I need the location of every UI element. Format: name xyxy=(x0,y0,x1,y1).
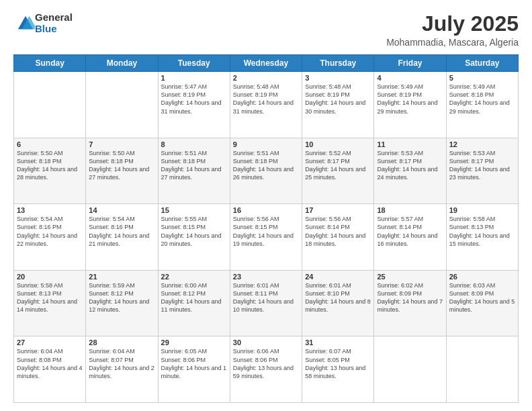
day-info: Sunrise: 5:48 AM Sunset: 8:19 PM Dayligh… xyxy=(233,83,299,116)
day-number: 12 xyxy=(449,140,515,148)
calendar-cell: 12Sunrise: 5:53 AM Sunset: 8:17 PM Dayli… xyxy=(446,138,518,204)
day-number: 19 xyxy=(449,206,515,214)
day-info: Sunrise: 5:55 AM Sunset: 8:15 PM Dayligh… xyxy=(161,215,227,248)
day-number: 14 xyxy=(89,206,154,214)
main-title: July 2025 xyxy=(386,12,519,36)
page: General Blue July 2025 Mohammadia, Masca… xyxy=(0,0,532,411)
calendar-cell: 27Sunrise: 6:04 AM Sunset: 8:08 PM Dayli… xyxy=(14,336,86,403)
calendar-cell: 20Sunrise: 5:58 AM Sunset: 8:13 PM Dayli… xyxy=(14,270,86,336)
day-info: Sunrise: 5:59 AM Sunset: 8:12 PM Dayligh… xyxy=(89,281,154,314)
day-info: Sunrise: 5:53 AM Sunset: 8:17 PM Dayligh… xyxy=(377,149,443,182)
calendar-cell: 1Sunrise: 5:47 AM Sunset: 8:19 PM Daylig… xyxy=(158,72,230,138)
day-info: Sunrise: 6:05 AM Sunset: 8:06 PM Dayligh… xyxy=(161,347,227,380)
day-number: 23 xyxy=(233,273,299,281)
calendar-cell: 5Sunrise: 5:49 AM Sunset: 8:18 PM Daylig… xyxy=(446,72,518,138)
day-number: 17 xyxy=(305,206,371,214)
calendar-cell xyxy=(14,72,86,138)
day-info: Sunrise: 5:54 AM Sunset: 8:16 PM Dayligh… xyxy=(17,215,83,248)
calendar-cell: 16Sunrise: 5:56 AM Sunset: 8:15 PM Dayli… xyxy=(230,204,302,271)
day-info: Sunrise: 5:47 AM Sunset: 8:19 PM Dayligh… xyxy=(161,83,227,116)
day-number: 15 xyxy=(161,206,227,214)
day-info: Sunrise: 5:52 AM Sunset: 8:17 PM Dayligh… xyxy=(305,149,371,182)
calendar-cell xyxy=(446,336,518,403)
day-info: Sunrise: 6:01 AM Sunset: 8:11 PM Dayligh… xyxy=(233,281,299,314)
calendar-cell xyxy=(374,336,446,403)
day-number: 4 xyxy=(377,74,443,82)
calendar-cell: 2Sunrise: 5:48 AM Sunset: 8:19 PM Daylig… xyxy=(230,72,302,138)
calendar-cell: 29Sunrise: 6:05 AM Sunset: 8:06 PM Dayli… xyxy=(158,336,230,403)
calendar-cell: 28Sunrise: 6:04 AM Sunset: 8:07 PM Dayli… xyxy=(86,336,158,403)
day-info: Sunrise: 5:57 AM Sunset: 8:14 PM Dayligh… xyxy=(377,215,443,248)
calendar-week-3: 13Sunrise: 5:54 AM Sunset: 8:16 PM Dayli… xyxy=(14,204,519,271)
calendar-cell: 6Sunrise: 5:50 AM Sunset: 8:18 PM Daylig… xyxy=(14,138,86,204)
logo-text: General Blue xyxy=(35,12,73,34)
calendar-cell: 4Sunrise: 5:49 AM Sunset: 8:19 PM Daylig… xyxy=(374,72,446,138)
header: General Blue July 2025 Mohammadia, Masca… xyxy=(13,12,519,48)
header-sunday: Sunday xyxy=(14,55,86,72)
calendar-cell: 15Sunrise: 5:55 AM Sunset: 8:15 PM Dayli… xyxy=(158,204,230,271)
day-info: Sunrise: 5:48 AM Sunset: 8:19 PM Dayligh… xyxy=(305,83,371,116)
day-info: Sunrise: 6:00 AM Sunset: 8:12 PM Dayligh… xyxy=(161,281,227,314)
day-info: Sunrise: 5:50 AM Sunset: 8:18 PM Dayligh… xyxy=(17,149,83,182)
calendar-cell xyxy=(86,72,158,138)
header-monday: Monday xyxy=(86,55,158,72)
logo-blue-text: Blue xyxy=(35,24,73,35)
header-thursday: Thursday xyxy=(302,55,374,72)
calendar-cell: 21Sunrise: 5:59 AM Sunset: 8:12 PM Dayli… xyxy=(86,270,158,336)
calendar-cell: 23Sunrise: 6:01 AM Sunset: 8:11 PM Dayli… xyxy=(230,270,302,336)
header-wednesday: Wednesday xyxy=(230,55,302,72)
day-number: 20 xyxy=(17,273,83,281)
calendar-week-5: 27Sunrise: 6:04 AM Sunset: 8:08 PM Dayli… xyxy=(14,336,519,403)
day-number: 27 xyxy=(17,338,83,347)
logo: General Blue xyxy=(13,12,73,34)
day-info: Sunrise: 5:51 AM Sunset: 8:18 PM Dayligh… xyxy=(233,149,299,182)
calendar-cell: 19Sunrise: 5:58 AM Sunset: 8:13 PM Dayli… xyxy=(446,204,518,271)
day-number: 8 xyxy=(161,140,227,148)
calendar-cell: 8Sunrise: 5:51 AM Sunset: 8:18 PM Daylig… xyxy=(158,138,230,204)
header-saturday: Saturday xyxy=(446,55,518,72)
day-info: Sunrise: 5:56 AM Sunset: 8:14 PM Dayligh… xyxy=(305,215,371,248)
calendar-cell: 9Sunrise: 5:51 AM Sunset: 8:18 PM Daylig… xyxy=(230,138,302,204)
day-info: Sunrise: 6:06 AM Sunset: 8:06 PM Dayligh… xyxy=(233,347,299,380)
calendar-cell: 24Sunrise: 6:01 AM Sunset: 8:10 PM Dayli… xyxy=(302,270,374,336)
day-info: Sunrise: 5:54 AM Sunset: 8:16 PM Dayligh… xyxy=(89,215,154,248)
calendar-cell: 18Sunrise: 5:57 AM Sunset: 8:14 PM Dayli… xyxy=(374,204,446,271)
calendar-cell: 30Sunrise: 6:06 AM Sunset: 8:06 PM Dayli… xyxy=(230,336,302,403)
title-block: July 2025 Mohammadia, Mascara, Algeria xyxy=(386,12,519,48)
logo-general-text: General xyxy=(35,12,73,24)
day-number: 2 xyxy=(233,74,299,82)
calendar-week-1: 1Sunrise: 5:47 AM Sunset: 8:19 PM Daylig… xyxy=(14,72,519,138)
calendar-cell: 26Sunrise: 6:03 AM Sunset: 8:09 PM Dayli… xyxy=(446,270,518,336)
calendar-cell: 31Sunrise: 6:07 AM Sunset: 8:05 PM Dayli… xyxy=(302,336,374,403)
day-number: 28 xyxy=(89,338,154,347)
day-info: Sunrise: 5:56 AM Sunset: 8:15 PM Dayligh… xyxy=(233,215,299,248)
day-number: 6 xyxy=(17,140,83,148)
calendar-week-2: 6Sunrise: 5:50 AM Sunset: 8:18 PM Daylig… xyxy=(14,138,519,204)
day-info: Sunrise: 6:04 AM Sunset: 8:07 PM Dayligh… xyxy=(89,347,154,380)
calendar-table: Sunday Monday Tuesday Wednesday Thursday… xyxy=(13,54,519,403)
day-info: Sunrise: 5:51 AM Sunset: 8:18 PM Dayligh… xyxy=(161,149,227,182)
day-number: 25 xyxy=(377,273,443,281)
day-number: 24 xyxy=(305,273,371,281)
calendar-cell: 7Sunrise: 5:50 AM Sunset: 8:18 PM Daylig… xyxy=(86,138,158,204)
day-info: Sunrise: 5:50 AM Sunset: 8:18 PM Dayligh… xyxy=(89,149,154,182)
header-friday: Friday xyxy=(374,55,446,72)
day-number: 18 xyxy=(377,206,443,214)
day-info: Sunrise: 6:03 AM Sunset: 8:09 PM Dayligh… xyxy=(449,281,515,314)
day-info: Sunrise: 5:49 AM Sunset: 8:19 PM Dayligh… xyxy=(377,83,443,116)
subtitle: Mohammadia, Mascara, Algeria xyxy=(386,37,519,48)
calendar-cell: 14Sunrise: 5:54 AM Sunset: 8:16 PM Dayli… xyxy=(86,204,158,271)
day-number: 21 xyxy=(89,273,154,281)
logo-icon xyxy=(16,14,35,33)
day-number: 29 xyxy=(161,338,227,347)
calendar-cell: 22Sunrise: 6:00 AM Sunset: 8:12 PM Dayli… xyxy=(158,270,230,336)
calendar-cell: 25Sunrise: 6:02 AM Sunset: 8:09 PM Dayli… xyxy=(374,270,446,336)
day-number: 13 xyxy=(17,206,83,214)
calendar-cell: 10Sunrise: 5:52 AM Sunset: 8:17 PM Dayli… xyxy=(302,138,374,204)
day-number: 10 xyxy=(305,140,371,148)
day-number: 22 xyxy=(161,273,227,281)
day-info: Sunrise: 5:58 AM Sunset: 8:13 PM Dayligh… xyxy=(449,215,515,248)
day-info: Sunrise: 5:58 AM Sunset: 8:13 PM Dayligh… xyxy=(17,281,83,314)
day-number: 31 xyxy=(305,338,371,347)
day-number: 16 xyxy=(233,206,299,214)
